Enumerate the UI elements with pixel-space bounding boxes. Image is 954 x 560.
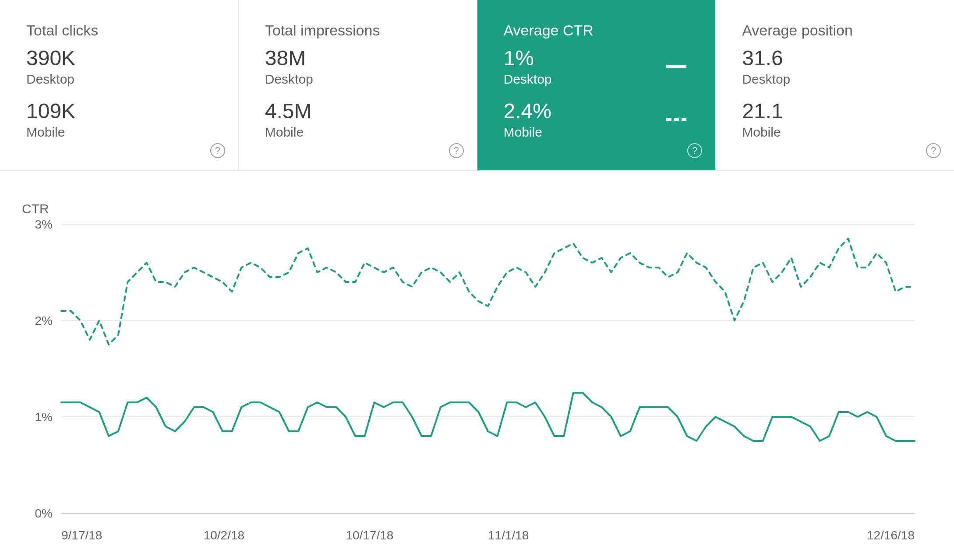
ctr-desktop-value: 1% <box>504 47 552 70</box>
ctr-mobile-label: Mobile <box>504 125 551 140</box>
svg-text:1%: 1% <box>35 410 53 424</box>
impressions-desktop-value: 38M <box>265 47 451 70</box>
card-title: Total clicks <box>26 22 212 39</box>
card-average-position[interactable]: Average position 31.6 Desktop 21.1 Mobil… <box>716 0 954 170</box>
clicks-mobile-label: Mobile <box>26 125 212 140</box>
metric-cards-row: Total clicks 390K Desktop 109K Mobile ? … <box>0 0 954 171</box>
chart-area: CTR 3%2%1%0%9/17/1810/2/1810/17/1811/1/1… <box>0 171 954 560</box>
clicks-mobile-value: 109K <box>26 100 212 123</box>
card-title: Total impressions <box>265 22 451 39</box>
clicks-desktop-value: 390K <box>26 47 212 70</box>
card-title: Average CTR <box>504 22 689 39</box>
ctr-desktop-label: Desktop <box>504 72 552 87</box>
svg-text:2%: 2% <box>35 314 53 328</box>
chart-y-title: CTR <box>22 201 932 216</box>
legend-dashed-icon <box>666 118 686 121</box>
clicks-desktop-label: Desktop <box>26 72 212 87</box>
svg-text:10/2/18: 10/2/18 <box>204 528 244 542</box>
svg-text:3%: 3% <box>35 220 53 231</box>
help-icon[interactable]: ? <box>210 143 225 158</box>
position-mobile-label: Mobile <box>742 125 928 140</box>
impressions-mobile-label: Mobile <box>265 125 451 140</box>
position-desktop-value: 31.6 <box>742 47 928 70</box>
help-icon[interactable]: ? <box>926 143 941 158</box>
card-total-impressions[interactable]: Total impressions 38M Desktop 4.5M Mobil… <box>239 0 477 170</box>
help-icon[interactable]: ? <box>449 143 464 158</box>
ctr-line-chart[interactable]: 3%2%1%0%9/17/1810/2/1810/17/1811/1/1812/… <box>18 220 932 553</box>
svg-text:11/1/18: 11/1/18 <box>488 528 529 542</box>
legend-solid-icon <box>666 65 686 68</box>
impressions-desktop-label: Desktop <box>265 72 451 87</box>
svg-text:12/16/18: 12/16/18 <box>867 528 915 542</box>
position-mobile-value: 21.1 <box>742 100 928 123</box>
card-title: Average position <box>742 22 928 39</box>
svg-text:10/17/18: 10/17/18 <box>346 528 393 542</box>
position-desktop-label: Desktop <box>742 72 928 87</box>
svg-text:9/17/18: 9/17/18 <box>61 528 102 542</box>
ctr-mobile-value: 2.4% <box>504 100 551 123</box>
card-total-clicks[interactable]: Total clicks 390K Desktop 109K Mobile ? <box>0 0 239 170</box>
help-icon[interactable]: ? <box>687 143 702 158</box>
svg-text:0%: 0% <box>35 507 53 520</box>
impressions-mobile-value: 4.5M <box>265 100 451 123</box>
card-average-ctr[interactable]: Average CTR 1% Desktop 2.4% Mobile ? <box>477 0 716 170</box>
